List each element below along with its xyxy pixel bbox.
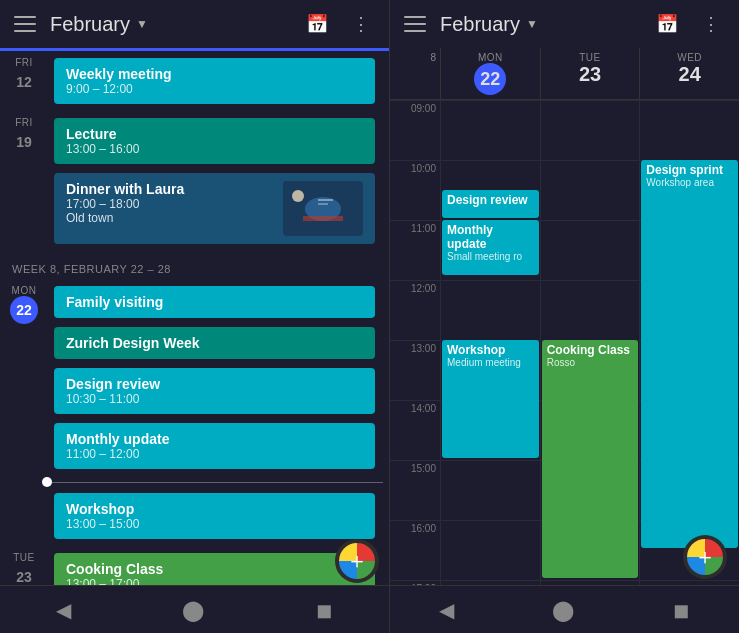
right-bottom-nav: ◀ ⬤ ◼ (390, 585, 739, 633)
left-nav-square[interactable]: ◼ (316, 598, 333, 622)
time-slot-10: 10:00 (390, 160, 440, 220)
zurich-design-card[interactable]: Zurich Design Week (54, 327, 375, 359)
cooking-class-time: 13:00 – 17:00 (66, 577, 363, 585)
weekly-meeting-card[interactable]: Weekly meeting 9:00 – 12:00 (54, 58, 375, 104)
workshop-title: Workshop (66, 501, 363, 517)
dinner-text: Dinner with Laura 17:00 – 18:00 Old town (66, 181, 184, 225)
day-label-fri12: FRI 12 (6, 55, 42, 96)
time-slot-16: 16:00 (390, 520, 440, 580)
family-visiting-card[interactable]: Family visiting (54, 286, 375, 318)
left-nav-home[interactable]: ⬤ (182, 598, 204, 622)
lecture-title: Lecture (66, 126, 363, 142)
day-label-tue23: TUE 23 (6, 550, 42, 585)
time-slot-14: 14:00 (390, 400, 440, 460)
cal-cooking-class[interactable]: Cooking Class Rosso (542, 340, 639, 578)
hamburger-icon[interactable] (14, 16, 36, 32)
lecture-time: 13:00 – 16:00 (66, 142, 363, 156)
cal-day-wed: WED 24 (639, 48, 739, 99)
workshop-time: 13:00 – 15:00 (66, 517, 363, 531)
mon-line-15 (441, 460, 540, 520)
left-fab-icon: ＋ (339, 543, 375, 579)
left-calendar-icon[interactable]: 📅 (303, 10, 331, 38)
svg-rect-2 (303, 216, 343, 221)
design-review-time: 10:30 – 11:00 (66, 392, 363, 406)
svg-rect-4 (318, 199, 333, 201)
right-title: February ▼ (440, 13, 653, 36)
cal-monthly-update[interactable]: Monthly update Small meeting ro (442, 220, 539, 275)
right-nav-home[interactable]: ⬤ (552, 598, 574, 622)
dinner-title: Dinner with Laura (66, 181, 184, 197)
right-dropdown-arrow[interactable]: ▼ (526, 17, 538, 31)
right-content: 8 MON 22 TUE 23 WED 24 (390, 48, 739, 585)
cal-wed-abbr: WED (640, 52, 739, 63)
tue23-num: 23 (10, 563, 38, 585)
time-dot (42, 477, 52, 487)
cal-design-sprint[interactable]: Design sprint Workshop area (641, 160, 738, 548)
left-fab[interactable]: ＋ (335, 539, 379, 583)
cal-tue-abbr: TUE (541, 52, 640, 63)
weekly-meeting-time: 9:00 – 12:00 (66, 82, 363, 96)
cal-design-review[interactable]: Design review (442, 190, 539, 218)
dinner-card[interactable]: Dinner with Laura 17:00 – 18:00 Old town (54, 173, 375, 244)
right-fab[interactable]: ＋ (683, 535, 727, 579)
right-hamburger-icon[interactable] (404, 16, 426, 32)
cooking-class-card[interactable]: Cooking Class 13:00 – 17:00 (54, 553, 375, 585)
right-nav-square[interactable]: ◼ (673, 598, 690, 622)
left-more-icon[interactable]: ⋮ (347, 10, 375, 38)
time-col: 09:00 10:00 11:00 12:00 13:00 14:00 15:0… (390, 100, 440, 585)
day-label-mon22: MON 22 (6, 283, 42, 324)
left-dropdown-arrow[interactable]: ▼ (136, 17, 148, 31)
grid-day-wed: Design sprint Workshop area (639, 100, 739, 585)
workshop-card[interactable]: Workshop 13:00 – 15:00 (54, 493, 375, 539)
fri12-events: Weekly meeting 9:00 – 12:00 (46, 55, 383, 107)
grid-day-mon: Design review Monthly update Small meeti… (440, 100, 540, 585)
time-indicator (42, 477, 383, 487)
mon22-events: Family visiting Zurich Design Week Desig… (46, 283, 383, 542)
time-slot-09: 09:00 (390, 100, 440, 160)
cal-tue-num: 23 (541, 63, 640, 86)
mon-line-12 (441, 280, 540, 340)
mon-line-16 (441, 520, 540, 580)
time-slot-11: 11:00 (390, 220, 440, 280)
left-nav-back[interactable]: ◀ (56, 598, 71, 622)
mon22-num: 22 (10, 296, 38, 324)
left-header: February ▼ 📅 ⋮ (0, 0, 389, 48)
right-wrapper: February ▼ 📅 ⋮ 8 MON 22 (390, 0, 739, 633)
cal-workshop[interactable]: Workshop Medium meeting (442, 340, 539, 458)
days-col: Design review Monthly update Small meeti… (440, 100, 739, 585)
cal-mon-num: 22 (474, 63, 506, 95)
right-header-icons: 📅 ⋮ (653, 10, 725, 38)
monthly-update-title: Monthly update (66, 431, 363, 447)
right-panel: February ▼ 📅 ⋮ 8 MON 22 (390, 0, 739, 633)
tue-line-12 (541, 280, 640, 340)
dinner-content: Dinner with Laura 17:00 – 18:00 Old town (66, 181, 363, 236)
tue-line-10 (541, 160, 640, 220)
fri12-num: 12 (10, 68, 38, 96)
right-fab-icon: ＋ (687, 539, 723, 575)
cal-monthly-update-sub: Small meeting ro (447, 251, 534, 262)
tue-line-09 (541, 100, 640, 160)
tue-line-17 (541, 580, 640, 585)
dinner-time: 17:00 – 18:00 (66, 197, 184, 211)
monthly-update-card[interactable]: Monthly update 11:00 – 12:00 (54, 423, 375, 469)
cal-wed-num: 24 (640, 63, 739, 86)
fri19-events: Lecture 13:00 – 16:00 Dinner with Laura … (46, 115, 383, 247)
left-content: FRI 12 Weekly meeting 9:00 – 12:00 FRI 1… (0, 51, 389, 585)
right-more-icon[interactable]: ⋮ (697, 10, 725, 38)
zurich-design-title: Zurich Design Week (66, 335, 363, 351)
time-slot-17: 17:00 (390, 580, 440, 585)
time-slot-13: 13:00 (390, 340, 440, 400)
design-review-card[interactable]: Design review 10:30 – 11:00 (54, 368, 375, 414)
cal-grid-inner: 09:00 10:00 11:00 12:00 13:00 14:00 15:0… (390, 100, 739, 585)
left-title: February ▼ (50, 13, 303, 36)
wed-line-09 (640, 100, 739, 160)
right-nav-back[interactable]: ◀ (439, 598, 454, 622)
right-calendar-icon[interactable]: 📅 (653, 10, 681, 38)
fri19-num: 19 (10, 128, 38, 156)
lecture-card[interactable]: Lecture 13:00 – 16:00 (54, 118, 375, 164)
mon-line-17 (441, 580, 540, 585)
cal-monthly-update-title: Monthly update (447, 223, 534, 251)
cal-design-review-title: Design review (447, 193, 534, 207)
time-slot-15: 15:00 (390, 460, 440, 520)
left-header-icons: 📅 ⋮ (303, 10, 375, 38)
